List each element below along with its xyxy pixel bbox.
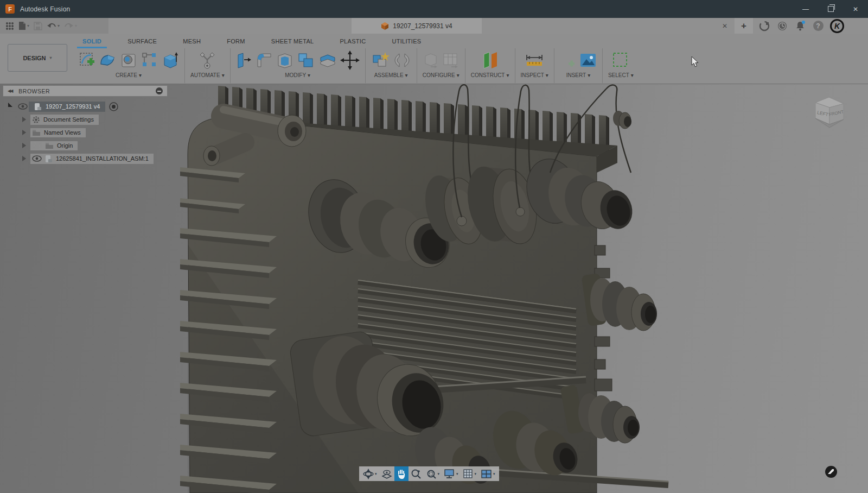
- collapsed-arrow-icon[interactable]: [22, 130, 26, 135]
- insert-mcmaster-icon[interactable]: [560, 52, 576, 69]
- browser-item-origin[interactable]: Origin: [3, 139, 168, 152]
- group-configure: CONFIGURE▾: [417, 48, 465, 83]
- create-sketch-icon[interactable]: [78, 51, 95, 69]
- undo-icon[interactable]: ▾: [46, 20, 61, 33]
- extensions-icon[interactable]: [758, 20, 770, 32]
- viewports-tool[interactable]: ▾: [478, 466, 497, 481]
- group-label-automate[interactable]: AUTOMATE▾: [190, 72, 225, 78]
- fillet-icon[interactable]: [256, 52, 273, 69]
- eye-hidden-icon[interactable]: [32, 142, 42, 149]
- new-component-icon[interactable]: [371, 51, 390, 69]
- browser-item-named-views[interactable]: Named Views: [3, 126, 168, 139]
- titlebar: F Autodesk Fusion — ✕: [0, 0, 868, 18]
- select-icon[interactable]: [611, 51, 630, 69]
- collapsed-arrow-icon[interactable]: [22, 143, 26, 148]
- expand-arrow-icon[interactable]: [8, 103, 17, 107]
- configuration-table-icon[interactable]: [442, 52, 459, 69]
- zoom-icon: [411, 469, 422, 479]
- document-tab-label: 19207_12579931 v4: [393, 22, 452, 30]
- browser-item-label: 19207_12579931 v4: [46, 103, 100, 110]
- offset-plane-icon[interactable]: [481, 51, 499, 69]
- zoom-tool[interactable]: [409, 466, 424, 481]
- redo-icon[interactable]: ▾: [63, 20, 78, 33]
- document-tab[interactable]: 19207_12579931 v4: [352, 18, 482, 34]
- restore-icon: [828, 6, 834, 12]
- notifications-bell-icon[interactable]: [794, 20, 806, 32]
- tab-utilities[interactable]: UTILITIES: [379, 34, 434, 48]
- save-icon[interactable]: [33, 20, 43, 33]
- hole-icon[interactable]: [120, 52, 138, 69]
- collapsed-arrow-icon[interactable]: [22, 117, 26, 122]
- collapse-panel-icon[interactable]: ◀◀: [8, 89, 12, 93]
- group-automate: AUTOMATE▾: [185, 48, 231, 83]
- browser-panel: ◀◀ BROWSER 19207_12579931 v4: [3, 85, 168, 165]
- configure-icon[interactable]: [423, 52, 439, 69]
- shell-icon[interactable]: [276, 52, 293, 69]
- orbit-tool[interactable]: ▾: [361, 466, 379, 481]
- castellated-edge: [595, 245, 612, 413]
- tab-form[interactable]: FORM: [214, 34, 258, 48]
- autodesk-badge-icon[interactable]: [825, 466, 837, 478]
- tab-plastic[interactable]: PLASTIC: [327, 34, 379, 48]
- document-cube-icon: [381, 22, 389, 30]
- insert-canvas-icon[interactable]: [579, 53, 597, 68]
- group-label-configure[interactable]: CONFIGURE▾: [423, 72, 459, 78]
- close-button[interactable]: ✕: [843, 0, 868, 18]
- browser-tree: 19207_12579931 v4 Document Settings: [3, 97, 168, 165]
- eye-icon[interactable]: [32, 155, 42, 162]
- display-settings-tool[interactable]: ▾: [442, 466, 461, 481]
- pattern-icon[interactable]: [141, 52, 158, 69]
- measure-icon[interactable]: [525, 52, 544, 68]
- pan-tool[interactable]: [394, 466, 409, 481]
- tab-surface[interactable]: SURFACE: [114, 34, 170, 48]
- automate-icon[interactable]: [198, 51, 216, 69]
- browser-header[interactable]: ◀◀ BROWSER: [3, 85, 168, 97]
- ribbon-tabs: SOLID SURFACE MESH FORM SHEET METAL PLAS…: [69, 34, 434, 48]
- group-label-select[interactable]: SELECT▾: [608, 72, 634, 78]
- minimize-panel-icon[interactable]: [156, 87, 163, 94]
- browser-item-installation-asm[interactable]: 12625841_INSTALLATION_ASM:1: [3, 152, 168, 165]
- tab-solid[interactable]: SOLID: [69, 34, 114, 48]
- file-menu-icon[interactable]: ▾: [17, 20, 30, 33]
- job-status-clock-icon[interactable]: [776, 20, 788, 32]
- press-pull-icon[interactable]: [236, 52, 252, 69]
- restore-button[interactable]: [818, 0, 843, 18]
- user-avatar[interactable]: K: [830, 19, 844, 33]
- browser-item-root[interactable]: 19207_12579931 v4: [3, 100, 168, 113]
- close-document-tab-icon[interactable]: ✕: [719, 20, 731, 32]
- browser-item-label: Document Settings: [43, 116, 94, 123]
- group-label-assemble[interactable]: ASSEMBLE▾: [374, 72, 408, 78]
- split-body-icon[interactable]: [318, 52, 337, 68]
- fit-tool[interactable]: ▾: [424, 466, 442, 481]
- tab-mesh[interactable]: MESH: [170, 34, 214, 48]
- minimize-button[interactable]: —: [793, 0, 818, 18]
- browser-item-document-settings[interactable]: Document Settings: [3, 113, 168, 126]
- tab-sheet-metal[interactable]: SHEET METAL: [258, 34, 327, 48]
- fusion-logo-icon: F: [5, 4, 15, 14]
- ribbon: SOLID SURFACE MESH FORM SHEET METAL PLAS…: [0, 34, 868, 84]
- help-icon[interactable]: ?: [812, 20, 824, 32]
- look-at-tool[interactable]: [379, 466, 394, 481]
- group-label-inspect[interactable]: INSPECT▾: [521, 72, 548, 78]
- group-label-construct[interactable]: CONSTRUCT▾: [471, 72, 509, 78]
- new-tab-button[interactable]: +: [735, 18, 753, 34]
- group-label-modify[interactable]: MODIFY▾: [285, 72, 310, 78]
- grid-and-snaps-tool[interactable]: ▾: [461, 466, 479, 481]
- extrude-icon[interactable]: [162, 51, 179, 69]
- combine-icon[interactable]: [297, 52, 315, 69]
- activate-component-radio[interactable]: [109, 102, 118, 111]
- group-label-create[interactable]: CREATE▾: [116, 72, 142, 78]
- grid-icon: [463, 469, 474, 479]
- loft-icon[interactable]: [99, 52, 117, 68]
- orbit-icon: [363, 469, 374, 479]
- design-workspace-button[interactable]: DESIGN▾: [8, 44, 67, 72]
- group-label-insert[interactable]: INSERT▾: [566, 72, 591, 78]
- group-modify: MODIFY▾: [231, 48, 366, 83]
- viewcube[interactable]: LEFT FRONT: [808, 89, 850, 132]
- viewport-canvas[interactable]: ◀◀ BROWSER 19207_12579931 v4: [0, 84, 868, 493]
- joint-icon[interactable]: [393, 52, 411, 69]
- collapsed-arrow-icon[interactable]: [22, 156, 26, 161]
- move-icon[interactable]: [340, 50, 360, 70]
- eye-icon[interactable]: [18, 103, 28, 110]
- app-grid-icon[interactable]: [4, 20, 15, 33]
